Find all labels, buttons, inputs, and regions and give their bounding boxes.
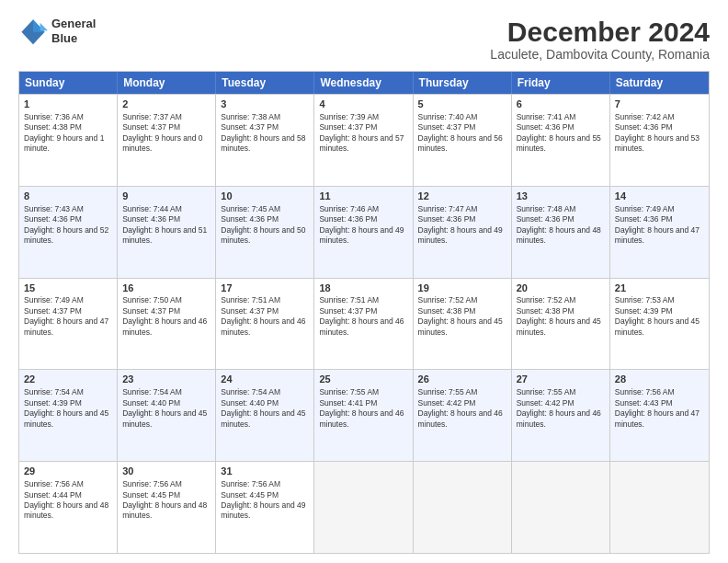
daylight-text: Daylight: 8 hours and 46 minutes.	[319, 316, 404, 336]
daylight-text: Daylight: 8 hours and 48 minutes.	[122, 500, 207, 520]
cal-cell: 3Sunrise: 7:38 AMSunset: 4:37 PMDaylight…	[216, 95, 314, 186]
title-block: December 2024 Laculete, Dambovita County…	[490, 17, 710, 62]
day-number: 11	[319, 190, 407, 203]
daylight-text: Daylight: 8 hours and 50 minutes.	[221, 225, 305, 245]
sunrise-text: Sunrise: 7:48 AM	[517, 204, 576, 213]
calendar-body: 1Sunrise: 7:36 AMSunset: 4:38 PMDaylight…	[19, 94, 709, 553]
sunrise-text: Sunrise: 7:39 AM	[319, 112, 379, 121]
cal-cell: 9Sunrise: 7:44 AMSunset: 4:36 PMDaylight…	[118, 187, 216, 278]
daylight-text: Daylight: 8 hours and 51 minutes.	[122, 225, 207, 245]
daylight-text: Daylight: 9 hours and 1 minute.	[24, 133, 104, 153]
sunrise-text: Sunrise: 7:54 AM	[221, 387, 280, 396]
sunset-text: Sunset: 4:38 PM	[418, 306, 476, 316]
sunset-text: Sunset: 4:36 PM	[319, 214, 377, 224]
daylight-text: Daylight: 8 hours and 48 minutes.	[24, 500, 108, 520]
calendar: SundayMondayTuesdayWednesdayThursdayFrid…	[18, 71, 710, 554]
daylight-text: Daylight: 8 hours and 48 minutes.	[517, 225, 601, 245]
cal-cell: 12Sunrise: 7:47 AMSunset: 4:36 PMDayligh…	[414, 187, 512, 278]
daylight-text: Daylight: 8 hours and 47 minutes.	[24, 316, 108, 336]
day-number: 14	[615, 190, 704, 203]
cal-cell: 5Sunrise: 7:40 AMSunset: 4:37 PMDaylight…	[414, 95, 512, 186]
sunset-text: Sunset: 4:36 PM	[517, 214, 574, 224]
sunrise-text: Sunrise: 7:53 AM	[615, 295, 675, 304]
cal-cell: 26Sunrise: 7:55 AMSunset: 4:42 PMDayligh…	[414, 370, 512, 461]
cal-cell: 17Sunrise: 7:51 AMSunset: 4:37 PMDayligh…	[216, 279, 314, 370]
sunset-text: Sunset: 4:37 PM	[319, 306, 377, 316]
cal-cell: 1Sunrise: 7:36 AMSunset: 4:38 PMDaylight…	[19, 95, 118, 186]
daylight-text: Daylight: 8 hours and 49 minutes.	[319, 225, 404, 245]
sunset-text: Sunset: 4:36 PM	[615, 122, 673, 132]
day-number: 4	[319, 98, 407, 111]
day-number: 13	[517, 190, 605, 203]
day-number: 2	[122, 98, 210, 111]
cal-cell: 20Sunrise: 7:52 AMSunset: 4:38 PMDayligh…	[512, 279, 610, 370]
day-number: 3	[221, 98, 309, 111]
day-number: 31	[221, 465, 309, 478]
daylight-text: Daylight: 8 hours and 55 minutes.	[517, 133, 601, 153]
daylight-text: Daylight: 8 hours and 45 minutes.	[24, 408, 108, 428]
sunrise-text: Sunrise: 7:55 AM	[319, 387, 379, 396]
sunrise-text: Sunrise: 7:42 AM	[615, 112, 675, 121]
daylight-text: Daylight: 8 hours and 53 minutes.	[615, 133, 700, 153]
day-number: 24	[221, 373, 309, 386]
daylight-text: Daylight: 8 hours and 46 minutes.	[221, 316, 305, 336]
cal-cell: 2Sunrise: 7:37 AMSunset: 4:37 PMDaylight…	[118, 95, 216, 186]
day-number: 7	[615, 98, 704, 111]
day-number: 10	[221, 190, 309, 203]
cal-cell: 25Sunrise: 7:55 AMSunset: 4:41 PMDayligh…	[314, 370, 413, 461]
cal-header-cell: Monday	[118, 72, 216, 94]
sunset-text: Sunset: 4:42 PM	[418, 398, 476, 408]
sunrise-text: Sunrise: 7:45 AM	[221, 204, 280, 213]
daylight-text: Daylight: 8 hours and 46 minutes.	[517, 408, 601, 428]
calendar-row: 29Sunrise: 7:56 AMSunset: 4:44 PMDayligh…	[19, 461, 709, 553]
sunrise-text: Sunrise: 7:50 AM	[122, 295, 182, 304]
sunrise-text: Sunrise: 7:56 AM	[24, 479, 84, 488]
day-number: 28	[615, 373, 704, 386]
sunrise-text: Sunrise: 7:51 AM	[319, 295, 379, 304]
cal-header-cell: Tuesday	[216, 72, 314, 94]
cal-cell: 24Sunrise: 7:54 AMSunset: 4:40 PMDayligh…	[216, 370, 314, 461]
sunrise-text: Sunrise: 7:54 AM	[122, 387, 182, 396]
sunrise-text: Sunrise: 7:49 AM	[24, 295, 84, 304]
sunrise-text: Sunrise: 7:44 AM	[122, 204, 182, 213]
sunset-text: Sunset: 4:36 PM	[24, 214, 82, 224]
sunset-text: Sunset: 4:39 PM	[24, 398, 82, 408]
daylight-text: Daylight: 8 hours and 45 minutes.	[615, 316, 700, 336]
sunrise-text: Sunrise: 7:36 AM	[24, 112, 84, 121]
daylight-text: Daylight: 8 hours and 56 minutes.	[418, 133, 503, 153]
calendar-row: 1Sunrise: 7:36 AMSunset: 4:38 PMDaylight…	[19, 94, 709, 186]
daylight-text: Daylight: 8 hours and 58 minutes.	[221, 133, 305, 153]
day-number: 9	[122, 190, 210, 203]
sunrise-text: Sunrise: 7:47 AM	[418, 204, 478, 213]
day-number: 23	[122, 373, 210, 386]
day-number: 30	[122, 465, 210, 478]
daylight-text: Daylight: 8 hours and 49 minutes.	[418, 225, 503, 245]
day-number: 15	[24, 282, 112, 295]
daylight-text: Daylight: 8 hours and 52 minutes.	[24, 225, 108, 245]
cal-cell: 19Sunrise: 7:52 AMSunset: 4:38 PMDayligh…	[414, 279, 512, 370]
day-number: 21	[615, 282, 704, 295]
sunset-text: Sunset: 4:37 PM	[122, 122, 180, 132]
cal-cell-empty	[610, 462, 709, 553]
cal-cell: 14Sunrise: 7:49 AMSunset: 4:36 PMDayligh…	[610, 187, 709, 278]
cal-cell: 13Sunrise: 7:48 AMSunset: 4:36 PMDayligh…	[512, 187, 610, 278]
header: General Blue December 2024 Laculete, Dam…	[18, 17, 710, 62]
day-number: 17	[221, 282, 309, 295]
daylight-text: Daylight: 8 hours and 46 minutes.	[122, 316, 207, 336]
sunset-text: Sunset: 4:41 PM	[319, 398, 377, 408]
svg-marker-2	[40, 23, 48, 30]
day-number: 5	[418, 98, 506, 111]
cal-cell: 23Sunrise: 7:54 AMSunset: 4:40 PMDayligh…	[118, 370, 216, 461]
day-number: 1	[24, 98, 112, 111]
sunrise-text: Sunrise: 7:52 AM	[418, 295, 478, 304]
sunrise-text: Sunrise: 7:38 AM	[221, 112, 280, 121]
sunset-text: Sunset: 4:37 PM	[319, 122, 377, 132]
day-number: 16	[122, 282, 210, 295]
main-title: December 2024	[490, 17, 710, 47]
sunrise-text: Sunrise: 7:43 AM	[24, 204, 84, 213]
calendar-header: SundayMondayTuesdayWednesdayThursdayFrid…	[19, 72, 709, 94]
page: General Blue December 2024 Laculete, Dam…	[0, 0, 728, 563]
cal-cell: 8Sunrise: 7:43 AMSunset: 4:36 PMDaylight…	[19, 187, 118, 278]
sunset-text: Sunset: 4:44 PM	[24, 490, 82, 500]
cal-cell-empty	[512, 462, 610, 553]
